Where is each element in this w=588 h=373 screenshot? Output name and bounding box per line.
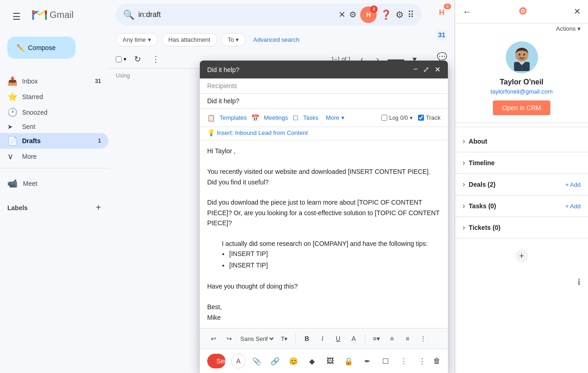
apps-icon[interactable]: ⠿ — [407, 9, 414, 20]
contact-name: Taylor O'neil — [500, 78, 543, 86]
tasks-icon: ☐ — [293, 114, 299, 122]
timeline-section[interactable]: › Timeline — [455, 152, 588, 174]
hubspot-logo-icon: ⚙ — [518, 6, 527, 17]
time-filter-label: Any time — [123, 36, 146, 43]
search-options-icon[interactable]: ⚙ — [349, 10, 356, 20]
more-send-dots-icon[interactable]: ⋮ — [415, 354, 430, 368]
crm-section-add-icon[interactable]: + — [515, 250, 528, 262]
to-filter-label: To — [228, 36, 234, 43]
deals-title: Deals (2) — [469, 181, 561, 188]
deals-section[interactable]: › Deals (2) + Add — [455, 174, 588, 195]
tickets-section[interactable]: › Tickets (0) — [455, 217, 588, 239]
insert-label-text[interactable]: Insert: Inbound Lead from Content — [217, 129, 308, 136]
nav-more[interactable]: ∨ More — [0, 149, 108, 164]
nav-inbox[interactable]: 📥 Inbox 31 — [0, 73, 108, 89]
crm-info-icon[interactable]: ℹ — [577, 277, 581, 287]
about-section[interactable]: › About — [455, 131, 588, 152]
right-hubspot-icon[interactable]: H 8 — [433, 4, 451, 22]
format-text-icon[interactable]: A — [231, 354, 246, 368]
italic-icon[interactable]: I — [316, 332, 329, 345]
lock-icon[interactable]: 🔒 — [341, 354, 356, 368]
timeline-chevron-icon: › — [463, 159, 465, 167]
log-dropdown-icon[interactable]: ▾ — [410, 115, 413, 121]
more-options-icon[interactable]: ⋮ — [148, 52, 163, 67]
task-create-icon[interactable]: ☐ — [378, 354, 393, 368]
bulleted-list-icon[interactable]: ≡ — [401, 332, 414, 345]
crm-actions-dropdown-icon: ▾ — [577, 25, 581, 32]
body-para3: Have you thought of doing this? — [207, 281, 441, 291]
crm-actions-button[interactable]: Actions ▾ — [556, 25, 581, 32]
deals-add-action[interactable]: + Add — [565, 181, 581, 188]
numbered-list-icon[interactable]: ≡ — [385, 332, 398, 345]
to-filter-chevron-icon: ▾ — [236, 36, 239, 43]
nav-snoozed[interactable]: 🕐 Snoozed — [0, 105, 108, 120]
attach-file-icon[interactable]: 📎 — [249, 354, 264, 368]
search-input[interactable] — [138, 11, 335, 19]
undo-icon[interactable]: ↩ — [207, 332, 220, 345]
sent-label: Sent — [22, 123, 101, 130]
font-select[interactable]: Sans Serif — [238, 335, 275, 343]
to-filter[interactable]: To ▾ — [221, 33, 246, 46]
redo-icon[interactable]: ↪ — [223, 332, 236, 345]
compose-body[interactable]: Hi Taylor , You recently visited our web… — [200, 140, 448, 328]
compose-button[interactable]: ✏️ Compose — [7, 37, 75, 59]
more-button[interactable]: More ▾ — [323, 112, 347, 123]
drive-icon[interactable]: ◆ — [305, 354, 319, 368]
font-color-icon[interactable]: A — [347, 332, 360, 345]
attachment-filter[interactable]: Has attachment — [162, 33, 217, 46]
nav-sent[interactable]: ➤ Sent — [0, 120, 108, 133]
track-checkbox[interactable] — [418, 115, 424, 121]
tasks-button[interactable]: Tasks — [300, 112, 321, 123]
bold-icon[interactable]: B — [300, 332, 313, 345]
crm-back-icon[interactable]: ← — [463, 6, 472, 17]
select-all-checkbox[interactable] — [116, 56, 122, 62]
sent-icon: ➤ — [7, 123, 17, 130]
settings-icon[interactable]: ⚙ — [396, 9, 404, 20]
compose-minimize-icon[interactable]: − — [413, 65, 418, 74]
crm-close-icon[interactable]: ✕ — [574, 6, 581, 17]
compose-close-icon[interactable]: ✕ — [435, 65, 441, 74]
align-icon[interactable]: ≡▾ — [370, 332, 383, 345]
format-more-icon[interactable]: ⋮ — [417, 332, 430, 345]
insert-link-icon[interactable]: 🔗 — [268, 354, 283, 368]
compose-maximize-icon[interactable]: ⤢ — [423, 65, 429, 74]
bullet-item-1: [INSERT TIP] — [229, 249, 441, 259]
body-para1: You recently visited our website and dow… — [207, 167, 441, 187]
using-label: Using — [116, 72, 130, 79]
open-crm-button[interactable]: Open in CRM — [493, 100, 550, 115]
underline-icon[interactable]: U — [332, 332, 345, 345]
font-size-icon[interactable]: T▾ — [278, 332, 291, 345]
templates-button[interactable]: Templates — [217, 112, 249, 123]
nav-drafts[interactable]: 📄 Drafts 1 — [0, 133, 108, 149]
contact-email[interactable]: taylorfoneil@gmail.com — [491, 88, 553, 95]
meet-icon: 📹 — [7, 178, 17, 189]
search-clear-icon[interactable]: ✕ — [339, 10, 345, 20]
attachment-filter-label: Has attachment — [169, 36, 210, 43]
labels-title: Labels — [7, 204, 28, 212]
refresh-icon[interactable]: ↻ — [130, 52, 145, 67]
hamburger-menu[interactable]: ☰ — [7, 7, 26, 26]
help-icon[interactable]: ❓ — [380, 9, 392, 20]
tasks-add-action[interactable]: + Add — [565, 203, 581, 210]
delete-draft-icon[interactable]: 🗑 — [433, 354, 441, 368]
advanced-search-link[interactable]: Advanced search — [249, 33, 303, 46]
tasks-section[interactable]: › Tasks (0) + Add — [455, 195, 588, 217]
time-filter[interactable]: Any time ▾ — [116, 33, 158, 46]
photo-icon[interactable]: 🖼 — [323, 354, 338, 368]
emoji-icon[interactable]: 😊 — [286, 354, 301, 368]
labels-add-button[interactable]: + — [96, 202, 101, 213]
send-button[interactable]: Send — [207, 354, 226, 368]
meetings-button[interactable]: Meetings — [261, 112, 291, 123]
compose-header[interactable]: Did it help? − ⤢ ✕ — [200, 61, 448, 78]
drafts-icon: 📄 — [7, 136, 17, 146]
signature-icon[interactable]: ✒ — [360, 354, 374, 368]
right-calendar-icon[interactable]: 31 — [433, 26, 451, 44]
log-checkbox[interactable] — [381, 115, 387, 121]
inbox-label: Inbox — [22, 78, 90, 85]
nav-starred[interactable]: ⭐ Starred — [0, 89, 108, 105]
select-dropdown-icon[interactable]: ▾ — [124, 56, 126, 62]
insert-icon: 💡 — [207, 129, 215, 136]
more-label: More — [326, 114, 339, 121]
time-filter-chevron-icon: ▾ — [148, 36, 151, 43]
more-send-options-icon[interactable]: ⋮ — [396, 354, 411, 368]
